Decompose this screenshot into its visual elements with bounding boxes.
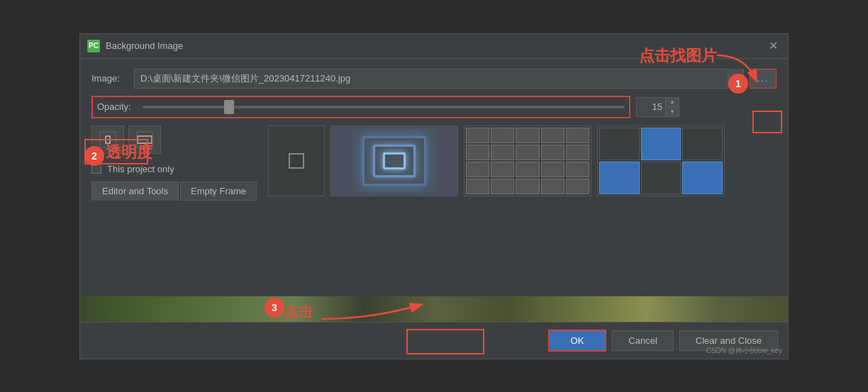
opacity-slider-track bbox=[143, 106, 625, 108]
tile-mode-stretch-button[interactable] bbox=[128, 125, 161, 154]
opacity-value: 15 bbox=[637, 101, 665, 112]
preview-tiles bbox=[268, 125, 725, 196]
opacity-value-container: 15 ▲ ▼ bbox=[636, 97, 679, 117]
opacity-label: Opacity: bbox=[97, 101, 137, 112]
image-path-container: D:\桌面\新建文件夹\微信图片_20230417211240.jpg ▼ bbox=[134, 69, 744, 89]
preview-tile-mixed[interactable] bbox=[597, 125, 725, 196]
background-image-dialog: PC Background Image ✕ Image: D:\桌面\新建文件夹… bbox=[79, 33, 789, 359]
tab-editor-and-tools[interactable]: Editor and Tools bbox=[91, 181, 179, 201]
cancel-button[interactable]: Cancel bbox=[612, 330, 673, 351]
opacity-spinner: ▲ ▼ bbox=[665, 98, 679, 116]
footer: OK Cancel Clear and Close bbox=[80, 322, 788, 359]
opacity-slider-thumb[interactable] bbox=[224, 100, 234, 114]
tab-row: Editor and Tools Empty Frame bbox=[91, 181, 257, 201]
preview-tile-grid[interactable] bbox=[464, 125, 591, 196]
watermark: CSDN @帅小伙low_key bbox=[706, 346, 782, 356]
titlebar: PC Background Image ✕ bbox=[80, 34, 788, 59]
browse-button[interactable]: ... bbox=[750, 69, 777, 89]
image-label: Image: bbox=[91, 73, 128, 84]
project-only-label[interactable]: This project only bbox=[107, 164, 174, 174]
strip-image bbox=[80, 296, 788, 322]
tile-mode-center-button[interactable] bbox=[91, 125, 124, 154]
svg-rect-0 bbox=[106, 136, 110, 143]
opacity-increment-button[interactable]: ▲ bbox=[666, 98, 679, 107]
image-row: Image: D:\桌面\新建文件夹\微信图片_20230417211240.j… bbox=[91, 69, 777, 89]
project-only-checkbox[interactable] bbox=[91, 164, 101, 174]
opacity-slider-container[interactable] bbox=[143, 100, 625, 114]
close-button[interactable]: ✕ bbox=[765, 38, 781, 54]
tab-empty-frame[interactable]: Empty Frame bbox=[180, 181, 257, 201]
dialog-title: Background Image bbox=[106, 40, 760, 51]
preview-tile-medium[interactable] bbox=[330, 125, 458, 196]
svg-rect-3 bbox=[137, 132, 152, 147]
dialog-content: Image: D:\桌面\新建文件夹\微信图片_20230417211240.j… bbox=[80, 59, 788, 296]
image-preview-strip bbox=[80, 296, 788, 322]
image-dropdown-button[interactable]: ▼ bbox=[728, 69, 743, 89]
left-panel: This project only Editor and Tools Empty… bbox=[91, 125, 257, 201]
image-path-text: D:\桌面\新建文件夹\微信图片_20230417211240.jpg bbox=[135, 72, 728, 85]
tiles-section: This project only Editor and Tools Empty… bbox=[91, 125, 777, 201]
tile-buttons-row bbox=[91, 125, 257, 154]
svg-rect-1 bbox=[100, 132, 116, 147]
opacity-decrement-button[interactable]: ▼ bbox=[666, 107, 679, 116]
opacity-row-outer: Opacity: 15 ▲ ▼ bbox=[91, 96, 777, 118]
svg-rect-2 bbox=[138, 136, 152, 143]
checkbox-row: This project only bbox=[91, 164, 257, 174]
preview-tile-small[interactable] bbox=[268, 125, 325, 196]
svg-rect-4 bbox=[289, 154, 304, 168]
opacity-row: Opacity: bbox=[91, 96, 630, 118]
ok-button[interactable]: OK bbox=[548, 330, 607, 352]
app-icon: PC bbox=[87, 40, 100, 52]
